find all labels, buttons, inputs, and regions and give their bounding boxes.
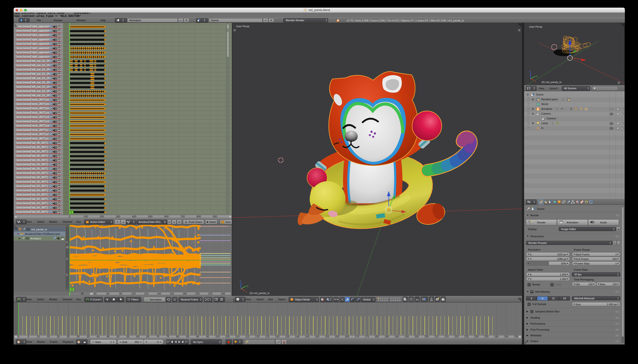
svg-text:(0) red_panda_lo: (0) red_panda_lo <box>250 292 270 294</box>
svg-text:User Persp: User Persp <box>236 25 249 28</box>
svg-text:User Persp: User Persp <box>529 25 542 28</box>
svg-text:x: x <box>246 290 247 293</box>
svg-text:y: y <box>536 75 537 77</box>
svg-text:z: z <box>240 280 241 282</box>
svg-text:y: y <box>247 284 248 287</box>
svg-text:x: x <box>535 80 536 83</box>
svg-text:(0) red_panda_lo: (0) red_panda_lo <box>541 81 561 84</box>
svg-text:z: z <box>529 70 530 72</box>
